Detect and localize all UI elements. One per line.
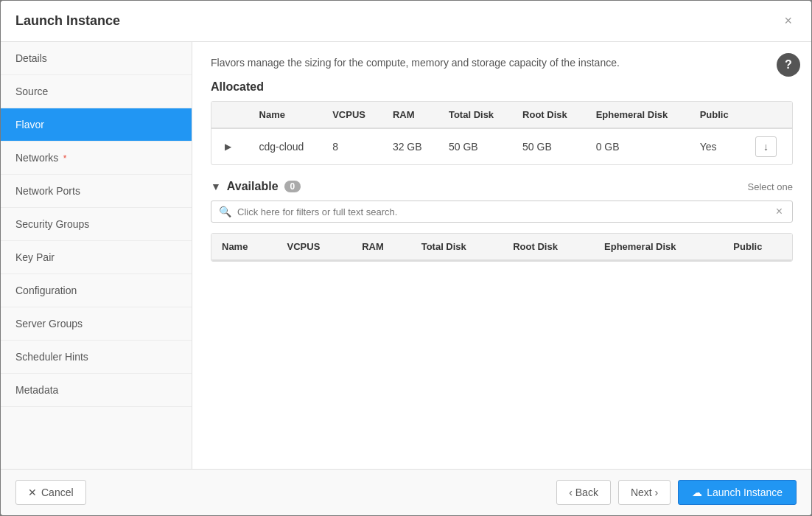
- modal-header: Launch Instance ×: [1, 1, 811, 42]
- launch-instance-button[interactable]: ☁ Launch Instance: [678, 480, 797, 505]
- available-left: ▼ Available 0: [211, 180, 301, 193]
- available-title: Available: [227, 180, 279, 193]
- sidebar-item-scheduler-hints[interactable]: Scheduler Hints: [1, 341, 192, 374]
- root-disk-cell: 50 GB: [512, 128, 586, 164]
- col-name-avail: Name: [211, 234, 277, 260]
- sidebar-item-metadata[interactable]: Metadata: [1, 374, 192, 407]
- sidebar: DetailsSourceFlavorNetworks *Network Por…: [1, 42, 192, 469]
- col-ephemeral-alloc: Ephemeral Disk: [586, 102, 690, 128]
- search-clear-button[interactable]: ×: [774, 205, 785, 218]
- available-table: Name VCPUS RAM Total Disk Root Disk Ephe…: [211, 234, 792, 261]
- col-name-alloc: [211, 102, 249, 128]
- expand-cell: ▶: [211, 128, 249, 164]
- available-thead: Name VCPUS RAM Total Disk Root Disk Ephe…: [211, 234, 792, 260]
- help-button[interactable]: ?: [777, 53, 800, 77]
- ram-cell: 32 GB: [382, 128, 438, 164]
- footer-left: ✕ Cancel: [15, 480, 86, 505]
- description-text: Flavors manage the sizing for the comput…: [211, 57, 756, 69]
- allocated-thead: Name VCPUS RAM Total Disk Root Disk Ephe…: [211, 102, 792, 128]
- col-vcpus-avail: VCPUS: [277, 234, 352, 260]
- search-input[interactable]: [237, 206, 774, 217]
- col-public-avail: Public: [723, 234, 792, 260]
- col-public-alloc: Public: [690, 102, 745, 128]
- available-chevron-icon: ▼: [211, 181, 221, 192]
- col-root-disk-avail: Root Disk: [503, 234, 594, 260]
- content-area: ? Flavors manage the sizing for the comp…: [192, 42, 811, 469]
- public-cell: Yes: [690, 128, 745, 164]
- available-count-badge: 0: [284, 181, 301, 192]
- available-header-row: Name VCPUS RAM Total Disk Root Disk Ephe…: [211, 234, 792, 260]
- col-root-disk-alloc: Root Disk: [512, 102, 586, 128]
- modal-body: DetailsSourceFlavorNetworks *Network Por…: [1, 42, 811, 469]
- table-row: ▶ cdg-cloud 8 32 GB 50 GB 50 GB 0 GB Yes…: [211, 128, 792, 164]
- sidebar-item-flavor[interactable]: Flavor: [1, 108, 192, 142]
- name-cell: cdg-cloud: [249, 128, 323, 164]
- col-name-alloc-name: Name: [249, 102, 323, 128]
- move-down-button[interactable]: ↓: [755, 136, 777, 157]
- col-total-disk-alloc: Total Disk: [438, 102, 512, 128]
- sidebar-item-networks[interactable]: Networks *: [1, 142, 192, 175]
- col-ephemeral-avail: Ephemeral Disk: [594, 234, 723, 260]
- allocated-header-row: Name VCPUS RAM Total Disk Root Disk Ephe…: [211, 102, 792, 128]
- col-ram-alloc: RAM: [382, 102, 438, 128]
- footer-right: ‹ Back Next › ☁ Launch Instance: [556, 480, 797, 505]
- next-button[interactable]: Next ›: [618, 480, 671, 505]
- vcpus-cell: 8: [322, 128, 382, 164]
- col-action-alloc: [745, 102, 792, 128]
- sidebar-item-server-groups[interactable]: Server Groups: [1, 307, 192, 341]
- cloud-upload-icon: ☁: [692, 487, 702, 498]
- available-table-container: Name VCPUS RAM Total Disk Root Disk Ephe…: [211, 233, 793, 262]
- allocated-table: Name VCPUS RAM Total Disk Root Disk Ephe…: [211, 102, 792, 164]
- sidebar-item-source[interactable]: Source: [1, 75, 192, 108]
- allocated-title: Allocated: [211, 80, 793, 94]
- cancel-button[interactable]: ✕ Cancel: [15, 480, 86, 505]
- col-total-disk-avail: Total Disk: [411, 234, 503, 260]
- back-button[interactable]: ‹ Back: [556, 480, 611, 505]
- required-indicator: *: [60, 153, 66, 164]
- sidebar-item-configuration[interactable]: Configuration: [1, 274, 192, 307]
- cancel-x-icon: ✕: [28, 487, 37, 498]
- allocated-table-container: Name VCPUS RAM Total Disk Root Disk Ephe…: [211, 101, 793, 165]
- select-one-label: Select one: [748, 181, 793, 192]
- launch-instance-modal: Launch Instance × DetailsSourceFlavorNet…: [1, 1, 811, 515]
- col-ram-avail: RAM: [351, 234, 410, 260]
- ephemeral-disk-cell: 0 GB: [586, 128, 690, 164]
- modal-footer: ✕ Cancel ‹ Back Next › ☁ Launch Instance: [1, 469, 811, 515]
- action-cell: ↓: [745, 128, 792, 164]
- sidebar-item-security-groups[interactable]: Security Groups: [1, 208, 192, 241]
- expand-button[interactable]: ▶: [222, 140, 234, 153]
- close-button[interactable]: ×: [780, 12, 797, 30]
- search-icon: 🔍: [219, 206, 231, 217]
- modal-title: Launch Instance: [15, 13, 120, 29]
- search-bar: 🔍 ×: [211, 201, 793, 223]
- total-disk-cell: 50 GB: [438, 128, 512, 164]
- sidebar-item-network-ports[interactable]: Network Ports: [1, 175, 192, 208]
- available-header: ▼ Available 0 Select one: [211, 180, 793, 193]
- sidebar-item-details[interactable]: Details: [1, 42, 192, 75]
- sidebar-item-key-pair[interactable]: Key Pair: [1, 241, 192, 274]
- col-vcpus-alloc: VCPUS: [322, 102, 382, 128]
- allocated-tbody: ▶ cdg-cloud 8 32 GB 50 GB 50 GB 0 GB Yes…: [211, 128, 792, 164]
